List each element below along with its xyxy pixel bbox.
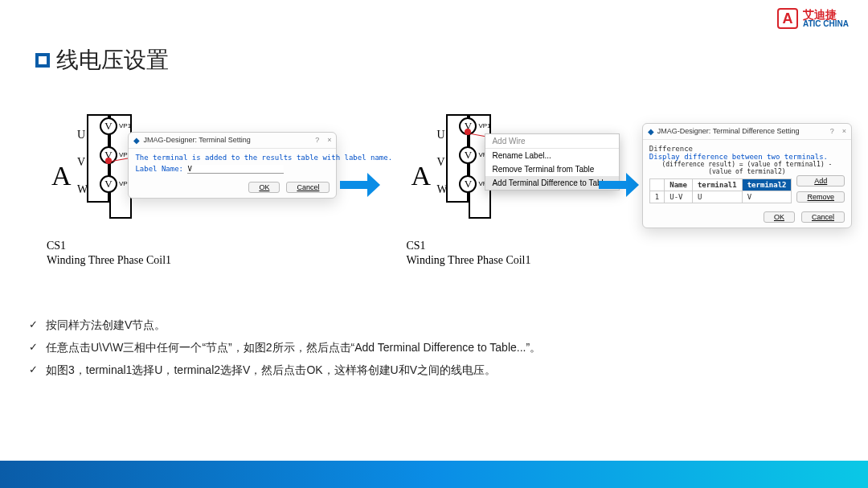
col-terminal1: terminal1 xyxy=(692,178,742,191)
dialog-terminal-diff: ◆ JMAG-Designer: Terminal Difference Set… xyxy=(642,123,852,228)
node-dot-icon[interactable] xyxy=(105,158,112,164)
dialog-terminal-setting: ◆ JMAG-Designer: Terminal Setting ? × Th… xyxy=(128,132,337,199)
row-index: 1 xyxy=(649,191,664,203)
dialog-info-text: The terminal is added to the results tab… xyxy=(135,154,330,162)
phase-label-v: V xyxy=(77,156,85,169)
phase-label-w: W xyxy=(77,183,88,196)
help-button[interactable]: ? xyxy=(830,127,834,135)
input-label: Label Name: xyxy=(135,165,183,173)
vp-label: VP1 xyxy=(119,122,131,129)
brand-text: 艾迪捷 ATIC CHINA xyxy=(803,9,849,28)
phase-label-u: U xyxy=(436,129,444,141)
cs1-label: CS1 xyxy=(47,240,66,252)
ammeter-label: A xyxy=(51,161,72,191)
check-icon: ✓ xyxy=(29,341,38,355)
slide-title-row: 线电压设置 xyxy=(35,45,169,76)
circuit-diagram-left: A U V W V V V VP1 VP2 VP3 CS1 Winding Th… xyxy=(24,105,142,265)
page-title: 线电压设置 xyxy=(56,45,169,76)
brand-name-en: ATIC CHINA xyxy=(803,20,849,28)
voltage-probe-icon[interactable]: V xyxy=(100,117,117,135)
phase-label-w: W xyxy=(436,183,447,196)
cs1-label: CS1 xyxy=(406,240,425,252)
list-item: ✓按同样方法创建V节点。 xyxy=(29,318,836,333)
phase-label-v: V xyxy=(436,156,444,169)
circuit-diagram-right: A U V W V V V VP1 VP2 VP3 CS1 Winding Th… xyxy=(383,105,502,265)
app-icon: ◆ xyxy=(133,136,140,145)
winding-label: Winding Three Phase Coil1 xyxy=(47,254,171,267)
phase-label-u: U xyxy=(77,129,85,141)
table-row: 1 U-V U V xyxy=(649,191,792,203)
cell-terminal1[interactable]: U xyxy=(692,191,742,203)
list-item: ✓任意点击U\V\W三相中任何一个“节点”，如图2所示，然后点击“Add Ter… xyxy=(29,341,836,355)
label-name-input[interactable] xyxy=(187,165,284,174)
section-label: Difference xyxy=(649,145,845,153)
ammeter-label: A xyxy=(411,161,431,191)
help-button[interactable]: ? xyxy=(315,136,319,144)
cell-terminal2[interactable]: V xyxy=(742,191,792,203)
col-name: Name xyxy=(665,178,693,191)
dialog-title: JMAG-Designer: Terminal Difference Setti… xyxy=(657,127,800,135)
dialog-title: JMAG-Designer: Terminal Setting xyxy=(143,136,250,144)
formula-text: (difference result) = (value of terminal… xyxy=(649,161,845,175)
check-icon: ✓ xyxy=(29,363,38,378)
bullet-text: 如图3，terminal1选择U，terminal2选择V，然后点击OK，这样将… xyxy=(46,363,496,378)
bullet-text: 按同样方法创建V节点。 xyxy=(46,318,166,333)
ok-button[interactable]: OK xyxy=(764,211,795,223)
winding-label: Winding Three Phase Coil1 xyxy=(406,254,530,267)
app-icon: ◆ xyxy=(648,127,654,136)
bullet-list: ✓按同样方法创建V节点。 ✓任意点击U\V\W三相中任何一个“节点”，如图2所示… xyxy=(29,318,836,386)
brand-logo-icon: A xyxy=(777,8,798,29)
dialog-titlebar: ◆ JMAG-Designer: Terminal Difference Set… xyxy=(643,124,851,140)
cancel-button[interactable]: Cancel xyxy=(801,211,845,223)
brand: A 艾迪捷 ATIC CHINA xyxy=(777,8,849,29)
check-icon: ✓ xyxy=(29,318,38,333)
footer-strip xyxy=(0,461,868,488)
remove-button[interactable]: Remove xyxy=(796,191,845,203)
ok-button[interactable]: OK xyxy=(248,182,280,193)
bullet-text: 任意点击U\V\W三相中任何一个“节点”，如图2所示，然后点击“Add Term… xyxy=(46,341,541,355)
title-bullet-icon xyxy=(35,53,50,68)
close-button[interactable]: × xyxy=(842,127,846,135)
cancel-button[interactable]: Cancel xyxy=(286,182,330,193)
cell-name[interactable]: U-V xyxy=(665,191,693,203)
figures-row: A U V W V V V VP1 VP2 VP3 CS1 Winding Th… xyxy=(24,96,852,273)
col-terminal2: terminal2 xyxy=(742,178,792,191)
voltage-probe-icon[interactable]: V xyxy=(100,175,117,193)
arrow-right-icon xyxy=(599,173,639,197)
list-item: ✓如图3，terminal1选择U，terminal2选择V，然后点击OK，这样… xyxy=(29,363,836,378)
dialog-desc: Display difference between two terminals… xyxy=(649,153,845,161)
menu-item-rename-label[interactable]: Rename Label... xyxy=(485,149,619,162)
arrow-right-icon xyxy=(340,173,380,197)
close-button[interactable]: × xyxy=(327,136,331,144)
diff-table: Name terminal1 terminal2 1 U-V U V xyxy=(649,178,792,203)
add-button[interactable]: Add xyxy=(796,175,845,187)
context-menu-header: Add Wire xyxy=(485,134,619,149)
vp-label: VP1 xyxy=(478,122,490,129)
brand-name-cn: 艾迪捷 xyxy=(803,9,849,20)
dialog-titlebar: ◆ JMAG-Designer: Terminal Setting ? × xyxy=(129,133,336,149)
